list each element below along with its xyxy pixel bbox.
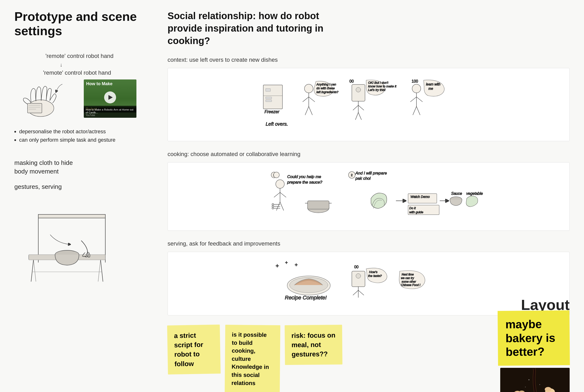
svg-text:pak choi: pak choi (355, 176, 371, 181)
sticky-note-3: risk: focus on meal, not gestures?? (284, 325, 342, 365)
sticky3-text: risk: focus on meal, not gestures?? (292, 332, 336, 358)
svg-line-43 (410, 97, 416, 102)
svg-line-57 (280, 202, 284, 210)
storyboard2: 1 Could you help me prepare the sauce? (168, 162, 570, 231)
svg-text:Freezer: Freezer (264, 109, 280, 114)
svg-text:How's: How's (369, 270, 378, 274)
svg-text:learn with: learn with (426, 82, 440, 86)
maybe-bakery-sticky: maybe bakery is better? (498, 310, 570, 366)
svg-point-117 (540, 384, 540, 385)
svg-rect-1 (28, 104, 42, 113)
svg-point-41 (412, 84, 421, 93)
svg-point-67 (272, 207, 274, 209)
masking-label: masking cloth to hide body movement (14, 158, 144, 176)
food-photo-svg (500, 368, 570, 392)
hand-sketch (14, 80, 76, 122)
svg-line-27 (309, 106, 312, 115)
svg-line-34 (353, 105, 358, 110)
right-title: Social relationship: how do robot provid… (168, 10, 335, 47)
svg-point-113 (545, 387, 552, 392)
svg-text:the taste?: the taste? (368, 274, 382, 278)
storyboard2-svg: 1 Could you help me prepare the sauce? (175, 170, 562, 222)
section2-label: cooking: choose automated or collaborati… (168, 151, 570, 158)
svg-line-45 (413, 106, 416, 115)
svg-rect-7 (38, 214, 105, 218)
note-1: depersonalise the robot actor/actress (19, 127, 144, 136)
right-corner: Layout maybe bakery is better? (347, 325, 570, 392)
note-2: can only perform simple task and gesture (19, 136, 144, 144)
svg-text:2: 2 (351, 173, 352, 177)
svg-line-10 (100, 260, 103, 282)
svg-text:OK! But I don't: OK! But I don't (368, 81, 389, 84)
svg-text:me: me (428, 87, 433, 90)
arrow-down-1: ↓ (60, 62, 144, 68)
video-overlay-title: How to Make (86, 81, 112, 86)
svg-line-9 (31, 260, 34, 282)
video-subtitle-bar: How to Make a Robotic Arm at Home out of… (84, 108, 136, 118)
svg-text:Anything I can: Anything I can (316, 82, 336, 86)
svg-text:Left overs.: Left overs. (266, 121, 288, 126)
svg-line-36 (356, 112, 358, 120)
svg-point-52 (276, 180, 284, 188)
remote-label: 'remote' control robot hand (46, 53, 144, 59)
svg-rect-19 (266, 97, 272, 99)
right-panel: Social relationship: how do robot provid… (153, 10, 570, 392)
svg-text:✦: ✦ (275, 263, 279, 268)
svg-text:Chinese Food !: Chinese Food ! (401, 283, 420, 287)
storyboard1-svg: Freezer Anything I can do with these (175, 76, 562, 133)
svg-point-116 (528, 379, 530, 380)
svg-text:Recipe Complete!: Recipe Complete! (285, 294, 327, 300)
svg-line-97 (353, 290, 358, 295)
sticky1-text: a strict script for robot to follow (174, 332, 204, 368)
gestures-label: gestures, serving (14, 183, 144, 190)
svg-line-11 (34, 260, 36, 282)
section1: context: use left overs to create new di… (168, 56, 570, 141)
svg-text:Could you help me: Could you help me (287, 174, 321, 179)
svg-line-37 (358, 112, 362, 120)
svg-point-63 (272, 204, 274, 205)
maybe-bakery-text: maybe bakery is better? (505, 318, 555, 358)
robot-hand-section: 'remote' control robot hand ↓ 'remote' c… (14, 53, 144, 144)
video-full-title: How to Make a Robotic Arm at Home out of… (86, 108, 134, 114)
svg-rect-31 (352, 84, 365, 101)
svg-text:100: 100 (412, 79, 418, 83)
svg-text:00: 00 (350, 79, 354, 83)
svg-text:Watch Demo: Watch Demo (410, 195, 430, 199)
svg-line-12 (98, 260, 100, 282)
section3-label: serving, ask for feedback and improvemen… (168, 240, 570, 247)
svg-text:✦: ✦ (285, 260, 288, 265)
svg-text:prepare the sauce?: prepare the sauce? (287, 180, 322, 184)
bottom-row: a strict script for robot to follow is i… (168, 325, 570, 392)
left-title: Prototype and scene settings (14, 10, 144, 38)
svg-line-26 (305, 106, 309, 115)
food-photo (500, 368, 570, 392)
svg-rect-69 (308, 201, 329, 209)
remote-control-label: 'remote' control robot hand (43, 70, 144, 76)
svg-text:✦: ✦ (294, 262, 298, 267)
section3: serving, ask for feedback and improvemen… (168, 240, 570, 316)
svg-text:Sauce: Sauce (451, 192, 462, 196)
svg-point-22 (304, 84, 313, 93)
svg-point-94 (356, 274, 361, 278)
play-button[interactable] (104, 92, 116, 104)
svg-rect-20 (266, 100, 272, 102)
svg-text:And I will prepare: And I will prepare (355, 171, 387, 176)
svg-text:vegetable: vegetable (466, 192, 483, 196)
storyboard1: Freezer Anything I can do with these (168, 68, 570, 141)
masking-section: masking cloth to hide body movement gest… (14, 158, 144, 292)
svg-line-98 (358, 290, 364, 295)
svg-line-35 (358, 105, 364, 110)
svg-text:Let's try this!: Let's try this! (368, 88, 386, 92)
sticky-note-1: a strict script for robot to follow (167, 324, 221, 374)
svg-text:know how to make it: know how to make it (368, 84, 396, 88)
video-thumbnail[interactable]: How to Make Robot How to Make a Robotic … (84, 80, 136, 118)
section1-label: context: use left overs to create new di… (168, 56, 570, 63)
sticky-note-2: is it possible to build cooking, culture… (225, 325, 280, 392)
svg-text:left ingredients?: left ingredients? (316, 90, 339, 94)
svg-point-65 (272, 205, 274, 207)
video-channel: YouTube (86, 114, 134, 116)
storyboard3: ✦ ✦ ✦ Recipe Complete! (168, 252, 570, 316)
sticky2-text: is it possible to build cooking, culture… (232, 331, 269, 386)
svg-line-54 (274, 192, 280, 197)
svg-point-72 (274, 172, 279, 178)
